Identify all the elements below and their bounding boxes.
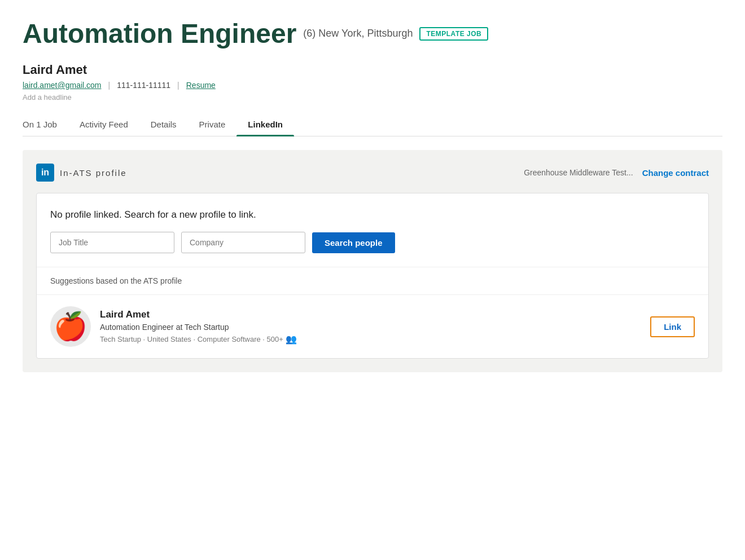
people-icon: 👥 xyxy=(286,334,297,345)
page-container: Automation Engineer (6) New York, Pittsb… xyxy=(0,0,745,390)
linkedin-icon: in xyxy=(36,164,54,182)
tab-on-1-job[interactable]: On 1 Job xyxy=(23,113,68,136)
linkedin-header: in In-ATS profile Greenhouse Middleware … xyxy=(36,164,709,182)
meta-divider-2: | xyxy=(177,81,179,90)
candidate-email[interactable]: laird.amet@gmail.com xyxy=(23,81,101,90)
candidate-phone: 111-111-11111 xyxy=(117,81,170,90)
candidate-name: Laird Amet xyxy=(23,63,722,77)
candidate-section: Laird Amet laird.amet@gmail.com | 111-11… xyxy=(23,63,722,102)
tab-details[interactable]: Details xyxy=(139,113,188,136)
linkedin-profile-label: In-ATS profile xyxy=(60,168,127,178)
job-title: Automation Engineer xyxy=(23,18,296,49)
suggestion-details: Tech Startup · United States · Computer … xyxy=(100,334,641,345)
search-people-button[interactable]: Search people xyxy=(312,232,395,253)
link-button[interactable]: Link xyxy=(650,316,695,337)
search-row: Search people xyxy=(50,232,695,253)
tab-activity-feed[interactable]: Activity Feed xyxy=(68,113,139,136)
company-input[interactable] xyxy=(181,232,305,253)
suggestion-title: Automation Engineer at Tech Startup xyxy=(100,323,641,332)
contract-name: Greenhouse Middleware Test... xyxy=(524,168,633,177)
avatar-emoji: 🍎 xyxy=(54,313,87,340)
job-title-input[interactable] xyxy=(50,232,174,253)
suggestion-name: Laird Amet xyxy=(100,309,641,320)
resume-link[interactable]: Resume xyxy=(186,81,216,90)
avatar: 🍎 xyxy=(50,306,91,347)
suggestion-info: Laird Amet Automation Engineer at Tech S… xyxy=(100,309,641,345)
template-badge: TEMPLATE JOB xyxy=(419,27,488,41)
no-profile-section: No profile linked. Search for a new prof… xyxy=(37,193,708,267)
change-contract-button[interactable]: Change contract xyxy=(642,168,709,178)
page-title-row: Automation Engineer (6) New York, Pittsb… xyxy=(23,18,722,49)
suggestion-details-text: Tech Startup · United States · Computer … xyxy=(100,335,283,343)
candidate-headline[interactable]: Add a headline xyxy=(23,93,722,102)
linkedin-content-area: in In-ATS profile Greenhouse Middleware … xyxy=(23,150,722,372)
job-location-meta: (6) New York, Pittsburgh xyxy=(303,28,413,39)
tab-private[interactable]: Private xyxy=(188,113,237,136)
suggestions-section: Suggestions based on the ATS profile xyxy=(37,267,708,295)
tabs-row: On 1 Job Activity Feed Details Private L… xyxy=(23,113,722,136)
no-profile-text: No profile linked. Search for a new prof… xyxy=(50,209,695,221)
candidate-meta: laird.amet@gmail.com | 111-111-11111 | R… xyxy=(23,81,722,90)
suggestions-label: Suggestions based on the ATS profile xyxy=(50,276,182,285)
linkedin-card: No profile linked. Search for a new prof… xyxy=(36,193,709,359)
tab-linkedin[interactable]: LinkedIn xyxy=(236,113,294,136)
suggestion-item: 🍎 Laird Amet Automation Engineer at Tech… xyxy=(37,295,708,358)
linkedin-header-right: Greenhouse Middleware Test... Change con… xyxy=(524,168,709,178)
linkedin-header-left: in In-ATS profile xyxy=(36,164,127,182)
meta-divider-1: | xyxy=(108,81,110,90)
